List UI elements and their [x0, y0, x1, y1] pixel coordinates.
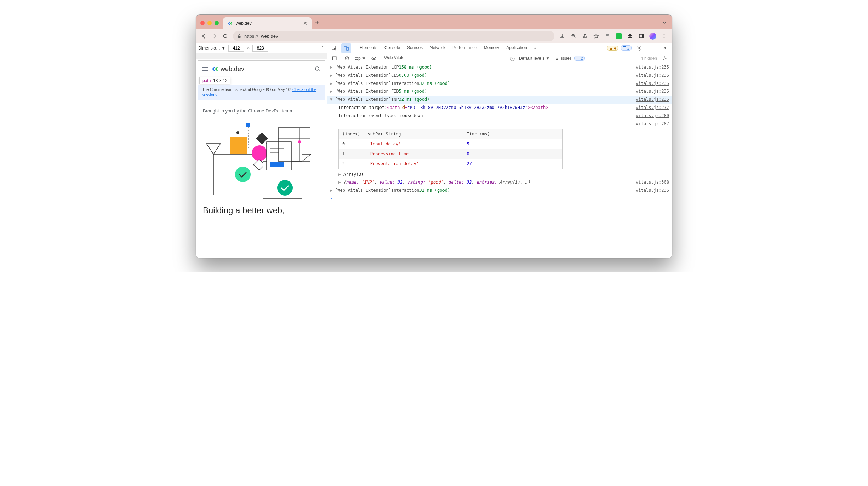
- expand-icon[interactable]: ▶: [330, 63, 333, 71]
- live-expression-icon[interactable]: [369, 53, 379, 63]
- address-bar[interactable]: https://web.dev: [233, 31, 554, 41]
- log-row[interactable]: ▶[Web Vitals Extension] CLS 0.00 (good)v…: [327, 71, 672, 80]
- source-link[interactable]: vitals.js:277: [636, 104, 669, 112]
- inp-breakdown-table: (index)subPartStringTime (ms) 0'Input de…: [338, 129, 563, 169]
- profile-avatar[interactable]: [648, 31, 658, 41]
- tab-elements[interactable]: Elements: [356, 43, 381, 53]
- source-link[interactable]: vitals.js:235: [636, 71, 669, 80]
- issues-link[interactable]: 2 Issues: ☰2: [556, 56, 585, 61]
- log-row[interactable]: ▶[Web Vitals Extension] FID 5 ms (good)v…: [327, 87, 672, 96]
- tab-performance[interactable]: Performance: [449, 43, 480, 53]
- settings-icon[interactable]: [634, 43, 644, 53]
- back-button[interactable]: [199, 31, 209, 41]
- share-icon[interactable]: [580, 31, 590, 41]
- extension-square-icon[interactable]: [614, 31, 624, 41]
- browser-tab[interactable]: web.dev ✕: [223, 17, 312, 29]
- table-header: Time (ms): [463, 129, 562, 139]
- console-sidebar-toggle-icon[interactable]: [329, 53, 339, 63]
- new-tab-button[interactable]: +: [315, 18, 319, 27]
- svg-rect-16: [230, 137, 247, 154]
- tab-memory[interactable]: Memory: [480, 43, 503, 53]
- source-link[interactable]: vitals.js:235: [636, 63, 669, 71]
- expand-icon[interactable]: ▶: [330, 71, 333, 80]
- collapse-icon[interactable]: ▼: [330, 96, 333, 104]
- extensions-icon[interactable]: [625, 31, 635, 41]
- expand-icon[interactable]: ▶: [330, 87, 333, 96]
- log-row[interactable]: ▶[Web Vitals Extension] Interaction 32 m…: [327, 80, 672, 88]
- table-source-row: vitals.js:287: [327, 120, 672, 128]
- device-menu-icon[interactable]: ⋮: [320, 46, 325, 51]
- source-link[interactable]: vitals.js:235: [636, 186, 669, 195]
- dimensions-dropdown[interactable]: Dimensio… ▼: [198, 46, 225, 51]
- object-summary[interactable]: ▶{name: 'INP', value: 32, rating: 'good'…: [327, 178, 672, 186]
- device-toolbar: Dimensio… ▼ × ⋮: [196, 43, 327, 53]
- inspect-tool-icon[interactable]: [329, 43, 339, 53]
- source-link[interactable]: vitals.js:235: [636, 96, 669, 104]
- sidepanel-icon[interactable]: [636, 31, 646, 41]
- expand-icon[interactable]: ▶: [330, 186, 333, 195]
- tab-sources[interactable]: Sources: [404, 43, 426, 53]
- svg-point-4: [664, 34, 665, 35]
- devtools-menu-icon[interactable]: ⋮: [647, 43, 657, 53]
- browser-window: web.dev ✕ + https://web.dev: [196, 14, 672, 258]
- site-illustration: [203, 121, 320, 206]
- zoom-icon[interactable]: [569, 31, 578, 41]
- width-input[interactable]: [228, 45, 244, 52]
- bookmark-icon[interactable]: [591, 31, 601, 41]
- expand-icon[interactable]: ▶: [330, 80, 333, 88]
- clear-console-icon[interactable]: [342, 53, 352, 63]
- tab-overflow-icon[interactable]: [662, 20, 667, 25]
- minimize-window-dot[interactable]: [207, 21, 212, 25]
- context-dropdown[interactable]: top ▼: [355, 56, 366, 61]
- warnings-badge[interactable]: ▲4: [607, 46, 618, 51]
- reload-button[interactable]: [220, 31, 230, 41]
- forward-button[interactable]: [210, 31, 219, 41]
- tab-close-icon[interactable]: ✕: [303, 21, 307, 26]
- console-filter-input[interactable]: Web Vitals ⓧ: [382, 55, 516, 62]
- console-prompt[interactable]: ›: [327, 195, 672, 203]
- clear-filter-icon[interactable]: ⓧ: [510, 56, 515, 62]
- close-window-dot[interactable]: [200, 21, 205, 25]
- tab-strip: web.dev ✕ +: [196, 15, 672, 29]
- source-link[interactable]: vitals.js:280: [636, 112, 669, 120]
- tab-application[interactable]: Application: [503, 43, 531, 53]
- source-link[interactable]: vitals.js:235: [636, 80, 669, 88]
- kebab-menu-icon[interactable]: [659, 31, 669, 41]
- svg-point-31: [277, 180, 293, 196]
- svg-point-41: [373, 58, 375, 59]
- devtools-close-icon[interactable]: ✕: [660, 43, 670, 53]
- svg-rect-24: [270, 162, 284, 167]
- tabs-overflow-icon[interactable]: »: [531, 43, 540, 53]
- log-row[interactable]: ▶[Web Vitals Extension] LCP 158 ms (good…: [327, 63, 672, 71]
- site-logo[interactable]: web.dev: [211, 65, 244, 73]
- svg-point-42: [664, 58, 666, 59]
- svg-rect-3: [642, 34, 644, 38]
- table-header: subPartString: [364, 129, 463, 139]
- log-row-inp[interactable]: ▼[Web Vitals Extension] INP 32 ms (good)…: [327, 96, 672, 104]
- info-badge[interactable]: ☰2: [621, 45, 632, 51]
- height-input[interactable]: [252, 45, 268, 52]
- site-banner: The Chrome team is back at Google I/O on…: [198, 85, 325, 100]
- fullscreen-window-dot[interactable]: [215, 21, 219, 25]
- tab-network[interactable]: Network: [426, 43, 449, 53]
- source-link[interactable]: vitals.js:308: [636, 178, 669, 186]
- console-settings-icon[interactable]: [660, 53, 670, 63]
- tab-console[interactable]: Console: [381, 43, 404, 53]
- console-toolbar: top ▼ Web Vitals ⓧ Default levels ▼ 2 Is…: [327, 53, 672, 63]
- svg-point-6: [664, 37, 665, 39]
- hamburger-icon[interactable]: [202, 67, 208, 71]
- source-link[interactable]: vitals.js:287: [636, 120, 669, 128]
- favicon-icon: [227, 21, 233, 26]
- device-toggle-icon[interactable]: [341, 43, 351, 53]
- array-caption[interactable]: ▶Array(3): [327, 170, 672, 179]
- expand-icon[interactable]: ▶: [338, 178, 342, 186]
- site-search-icon[interactable]: [314, 66, 321, 72]
- levels-dropdown[interactable]: Default levels ▼: [519, 56, 550, 61]
- flag-icon[interactable]: [603, 31, 612, 41]
- svg-point-35: [639, 47, 640, 49]
- log-row[interactable]: ▶[Web Vitals Extension] Interaction 32 m…: [327, 186, 672, 195]
- url-prefix: https://: [244, 34, 258, 39]
- expand-icon[interactable]: ▶: [338, 170, 342, 179]
- source-link[interactable]: vitals.js:235: [636, 87, 669, 96]
- downloads-icon[interactable]: [557, 31, 567, 41]
